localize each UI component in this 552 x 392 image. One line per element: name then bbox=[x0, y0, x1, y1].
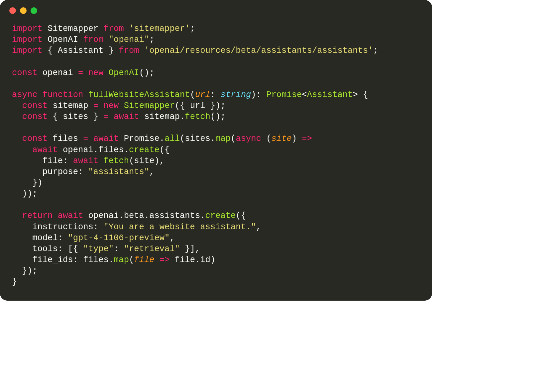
code-token: file: bbox=[12, 156, 73, 166]
code-token: "gpt-4-1106-preview" bbox=[68, 233, 169, 243]
code-line: await openai.files.create({ bbox=[12, 145, 169, 155]
code-line: tools: [{ "type": "retrieval" }], bbox=[12, 244, 200, 254]
code-token: => bbox=[160, 255, 170, 265]
code-line: import OpenAI from "openai"; bbox=[12, 35, 155, 45]
code-token: from bbox=[119, 46, 139, 55]
code-token: const bbox=[22, 101, 48, 111]
code-token: , bbox=[149, 167, 154, 177]
code-token: "You are a website assistant." bbox=[103, 222, 256, 232]
maximize-icon[interactable] bbox=[31, 7, 37, 14]
code-token bbox=[88, 134, 93, 144]
code-token: string bbox=[220, 90, 251, 100]
code-token: (site), bbox=[129, 156, 165, 166]
code-token: }) bbox=[12, 178, 43, 188]
code-token: > { bbox=[353, 90, 368, 100]
code-token bbox=[12, 134, 22, 144]
code-token: site bbox=[272, 134, 292, 144]
code-token: ) bbox=[292, 134, 302, 144]
code-token: }); bbox=[12, 266, 38, 276]
code-token: ({ url }); bbox=[175, 101, 226, 111]
code-token: from bbox=[83, 35, 103, 45]
code-token: : bbox=[210, 90, 221, 100]
code-line: const openai = new OpenAI(); bbox=[12, 68, 155, 78]
code-token: tools: [{ bbox=[12, 244, 83, 254]
code-token bbox=[109, 112, 114, 122]
code-token: sitemap. bbox=[139, 112, 185, 122]
code-line: async function fullWebsiteAssistant(url:… bbox=[12, 90, 368, 100]
code-token: sitemap bbox=[48, 101, 93, 111]
code-token: } bbox=[12, 277, 17, 287]
code-token: OpenAI bbox=[109, 68, 139, 78]
code-token: openai.beta.assistants. bbox=[83, 211, 205, 221]
code-token: await bbox=[32, 145, 58, 155]
code-token: Sitemapper bbox=[124, 101, 175, 111]
code-token: "type" bbox=[83, 244, 114, 254]
code-token: (); bbox=[210, 112, 226, 122]
code-token: map bbox=[215, 134, 231, 144]
code-token: return bbox=[22, 211, 53, 221]
code-token: Sitemapper bbox=[43, 24, 104, 34]
code-line: const { sites } = await sitemap.fetch(); bbox=[12, 112, 226, 122]
code-token bbox=[155, 255, 160, 265]
code-token: create bbox=[205, 211, 236, 221]
code-token bbox=[119, 101, 124, 111]
code-token bbox=[98, 156, 103, 166]
code-token bbox=[38, 90, 43, 100]
code-token: fetch bbox=[103, 156, 129, 166]
code-line: const files = await Promise.all(sites.ma… bbox=[12, 134, 312, 144]
code-token: await bbox=[73, 156, 99, 166]
code-token: Assistant bbox=[307, 90, 353, 100]
code-token bbox=[98, 101, 103, 111]
code-token: , bbox=[169, 233, 174, 243]
code-token: import bbox=[12, 46, 43, 55]
code-block: import Sitemapper from 'sitemapper'; imp… bbox=[0, 17, 432, 301]
code-token: files bbox=[48, 134, 83, 144]
code-line: instructions: "You are a website assista… bbox=[12, 222, 261, 232]
minimize-icon[interactable] bbox=[20, 7, 27, 14]
close-icon[interactable] bbox=[9, 7, 16, 14]
code-token: ( bbox=[190, 90, 195, 100]
code-token: "openai" bbox=[109, 35, 149, 45]
code-token: file bbox=[134, 255, 154, 265]
code-token: { Assistant } bbox=[43, 46, 119, 55]
code-token bbox=[12, 211, 22, 221]
code-token: import bbox=[12, 24, 43, 34]
code-token: await bbox=[114, 112, 139, 122]
code-token bbox=[83, 68, 88, 78]
code-token: map bbox=[114, 255, 129, 265]
code-line: import { Assistant } from 'openai/resour… bbox=[12, 46, 378, 55]
code-token bbox=[12, 101, 22, 111]
code-token: fullWebsiteAssistant bbox=[88, 90, 190, 100]
code-line: purpose: "assistants", bbox=[12, 167, 155, 177]
code-line: )); bbox=[12, 189, 38, 199]
code-token: instructions: bbox=[12, 222, 103, 232]
code-token: => bbox=[302, 134, 312, 144]
code-token bbox=[12, 112, 22, 122]
code-token bbox=[12, 145, 32, 155]
code-token: new bbox=[103, 101, 119, 111]
code-token bbox=[103, 35, 108, 45]
code-token: from bbox=[103, 24, 124, 34]
code-token: Promise. bbox=[119, 134, 165, 144]
code-token: all bbox=[165, 134, 180, 144]
code-token bbox=[53, 211, 57, 221]
code-token: ): bbox=[251, 90, 266, 100]
code-token: = bbox=[83, 134, 88, 144]
code-token: const bbox=[12, 68, 38, 78]
code-token: fetch bbox=[185, 112, 210, 122]
code-token: (); bbox=[139, 68, 155, 78]
code-line: file: await fetch(site), bbox=[12, 156, 165, 166]
code-line: const sitemap = new Sitemapper({ url }); bbox=[12, 101, 226, 111]
code-token bbox=[83, 90, 88, 100]
code-token: "assistants" bbox=[88, 167, 150, 177]
code-token: ; bbox=[190, 24, 195, 34]
code-token: "retrieval" bbox=[124, 244, 180, 254]
code-token: import bbox=[12, 35, 43, 45]
code-token: async bbox=[236, 134, 261, 144]
code-line: return await openai.beta.assistants.crea… bbox=[12, 211, 246, 221]
code-token: ({ bbox=[160, 145, 170, 155]
code-line: }); bbox=[12, 266, 38, 276]
code-token: ( bbox=[129, 255, 134, 265]
code-token: create bbox=[129, 145, 160, 155]
code-token bbox=[103, 68, 108, 78]
